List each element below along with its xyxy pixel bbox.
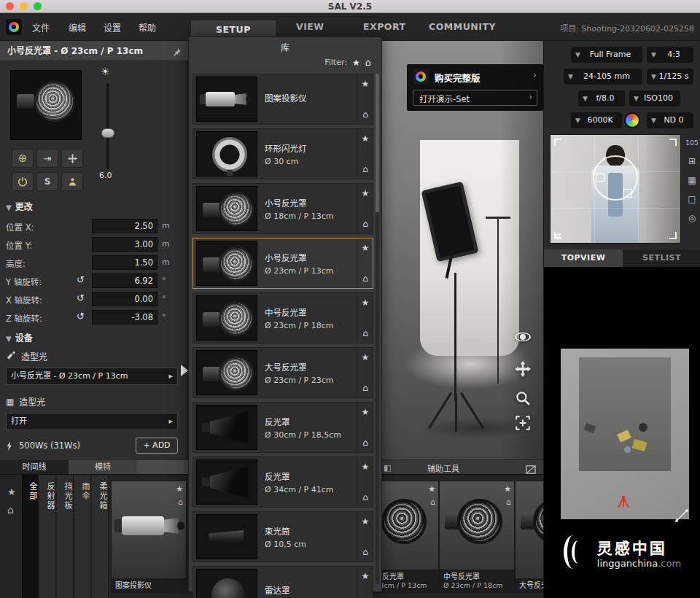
- height-field[interactable]: 1.50: [92, 255, 158, 270]
- menu-settings[interactable]: 设置: [104, 21, 121, 34]
- camera-viewfinder-preview[interactable]: ⇄: [550, 134, 681, 244]
- home-icon[interactable]: ⌂: [506, 497, 511, 507]
- home-icon[interactable]: ⌂: [357, 328, 373, 338]
- home-icon[interactable]: ⌂: [357, 273, 373, 284]
- library-item-reflector-34[interactable]: 反光罩Ø 34cm / P 41cm ★⌂: [192, 457, 373, 508]
- favorite-star-icon[interactable]: ★: [357, 462, 373, 472]
- home-icon[interactable]: ⌂: [357, 492, 373, 502]
- category-tab-all[interactable]: 全部: [22, 475, 39, 598]
- tab-timeline[interactable]: 时间线: [0, 460, 69, 475]
- orbit-control[interactable]: [513, 327, 533, 347]
- home-icon[interactable]: ⌂: [357, 219, 373, 229]
- modify-section-header[interactable]: ▼更改: [6, 200, 33, 212]
- home-icon[interactable]: ⌂: [357, 383, 373, 393]
- pan-view-icon[interactable]: ⇄: [554, 230, 561, 241]
- menu-file[interactable]: 文件: [32, 21, 50, 34]
- tab-model[interactable]: 模特: [69, 460, 137, 475]
- favorite-star-icon[interactable]: ★: [357, 352, 373, 362]
- filter-star-icon[interactable]: ★: [352, 58, 360, 68]
- reset-rotation-icon[interactable]: ↺: [77, 274, 85, 286]
- white-balance-dropdown[interactable]: ▼6000K: [571, 112, 622, 128]
- library-item-beauty-dish[interactable]: 雷达罩 ★: [192, 566, 373, 598]
- favorite-star-icon[interactable]: ★: [357, 188, 373, 198]
- favorite-star-icon[interactable]: ★: [428, 484, 435, 494]
- reset-rotation-icon[interactable]: ↺: [77, 292, 85, 304]
- pan-light-button[interactable]: [61, 149, 83, 168]
- home-icon[interactable]: ⌂: [430, 497, 435, 507]
- light-shaper-dropdown[interactable]: 小号反光罩 - Ø 23cm / P 13cm ▸: [6, 368, 178, 385]
- topview-map[interactable]: 灵感中国 lingganchina.com: [544, 267, 700, 598]
- grid-overlay-icon[interactable]: ⊞: [684, 156, 700, 166]
- favorite-star-icon[interactable]: ★: [357, 298, 373, 308]
- home-icon[interactable]: ⌂: [357, 109, 373, 120]
- library-item-small-reflector-23-selected[interactable]: 小号反光罩Ø 23cm / P 13cm ★⌂: [192, 238, 373, 289]
- iso-dropdown[interactable]: ▼ISO100: [629, 90, 680, 106]
- library-item-reflector-30[interactable]: 反光罩Ø 30cm / P 18,5cm ★⌂: [192, 402, 373, 453]
- zoom-control[interactable]: [513, 388, 533, 408]
- topview-reflector[interactable]: [639, 423, 648, 432]
- position-y-field[interactable]: 3.00: [92, 237, 158, 252]
- add-light-button[interactable]: + ADD: [136, 438, 178, 454]
- histogram-icon[interactable]: ▦: [684, 175, 700, 185]
- sensor-format-dropdown[interactable]: ▼Full Frame: [571, 47, 642, 63]
- nd-filter-dropdown[interactable]: ▼ND 0: [647, 112, 693, 128]
- home-icon[interactable]: ⌂: [178, 497, 183, 507]
- category-tab-softboxes[interactable]: 柔光箱: [92, 475, 109, 598]
- favorite-star-icon[interactable]: ★: [357, 133, 373, 144]
- buy-full-version-button[interactable]: 购买完整版: [435, 71, 481, 85]
- strip-item-large-reflector[interactable]: 大号反光罩: [515, 481, 543, 593]
- rotation-z-field[interactable]: -3.08: [92, 310, 158, 325]
- pin-icon[interactable]: [172, 46, 182, 60]
- strip-item-medium-reflector[interactable]: ★ ⌂ 中号反光罩 Ø 23cm / P 18cm: [439, 481, 515, 593]
- favorite-star-icon[interactable]: ★: [357, 571, 373, 581]
- category-tab-flags[interactable]: 挡光板: [57, 475, 74, 598]
- home-icon[interactable]: ⌂: [357, 438, 373, 448]
- tab-topview[interactable]: TOPVIEW: [544, 249, 623, 267]
- library-item-large-reflector[interactable]: 大号反光罩Ø 23cm / P 23cm ★⌂: [192, 347, 373, 398]
- lens-dropdown[interactable]: ▼24-105 mm: [564, 69, 642, 85]
- model-target-button[interactable]: [61, 172, 83, 191]
- intensity-slider-handle[interactable]: [101, 128, 114, 138]
- favorite-star-icon[interactable]: ★: [357, 407, 373, 417]
- scrollbar-thumb[interactable]: [376, 74, 379, 212]
- home-icon[interactable]: ⌂: [357, 547, 373, 557]
- favorite-star-icon[interactable]: ★: [7, 486, 16, 497]
- aperture-dropdown[interactable]: ▼f/8.0: [578, 90, 625, 106]
- reset-rotation-icon[interactable]: ↺: [77, 311, 85, 322]
- tab-view[interactable]: VIEW: [296, 21, 324, 32]
- topview-model-marker[interactable]: [624, 446, 631, 453]
- favorite-star-icon[interactable]: ★: [176, 484, 183, 494]
- library-scrollbar[interactable]: [376, 74, 379, 584]
- target-light-button[interactable]: ⊕: [12, 149, 34, 168]
- rotation-y-field[interactable]: 6.92: [92, 273, 158, 288]
- menu-help[interactable]: 帮助: [139, 21, 156, 34]
- menu-edit[interactable]: 编辑: [69, 21, 86, 34]
- library-item-projector[interactable]: 图案投影仪 ★⌂: [192, 74, 373, 125]
- library-item-small-reflector-18[interactable]: 小号反光罩Ø 18cm / P 13cm ★⌂: [192, 183, 373, 234]
- pan-control[interactable]: [513, 359, 533, 379]
- aspect-ratio-dropdown[interactable]: ▼4:3: [647, 47, 693, 63]
- equipment-section-header[interactable]: ▼设备: [6, 331, 33, 343]
- rotation-x-field[interactable]: 0.00: [92, 292, 158, 306]
- portrait-frame-icon[interactable]: □: [684, 194, 700, 204]
- tab-export[interactable]: EXPORT: [363, 21, 406, 32]
- open-demo-set-button[interactable]: 打开演示-Set ›: [413, 90, 537, 106]
- color-wheel-icon[interactable]: [624, 112, 640, 128]
- half-square-icon[interactable]: ◧: [384, 463, 391, 473]
- library-item-ringflash[interactable]: 环形闪光灯Ø 30 cm ★⌂: [192, 128, 373, 179]
- open-dropdown[interactable]: 打开 ▸: [6, 413, 178, 430]
- topview-camera-tripod[interactable]: [615, 494, 631, 512]
- fit-view-control[interactable]: [513, 413, 533, 433]
- tab-community[interactable]: COMMUNITY: [429, 21, 496, 32]
- shutter-dropdown[interactable]: ▼1/125 s: [647, 69, 693, 85]
- focus-ring-icon[interactable]: ◎: [684, 213, 700, 223]
- tab-setlist[interactable]: SETLIST: [623, 249, 700, 267]
- power-toggle-button[interactable]: [12, 172, 34, 191]
- library-item-medium-reflector[interactable]: 中号反光罩Ø 23cm / P 18cm ★⌂: [192, 292, 373, 343]
- home-icon[interactable]: ⌂: [357, 164, 373, 174]
- favorite-star-icon[interactable]: ★: [504, 484, 511, 494]
- strip-item-projector[interactable]: ★ ⌂ 图案投影仪: [111, 481, 187, 593]
- library-item-snoot[interactable]: 束光筒Ø 10,5 cm ★⌂: [192, 511, 373, 562]
- solo-button[interactable]: S: [36, 172, 58, 191]
- category-tab-reflectors[interactable]: 反射器: [39, 475, 56, 598]
